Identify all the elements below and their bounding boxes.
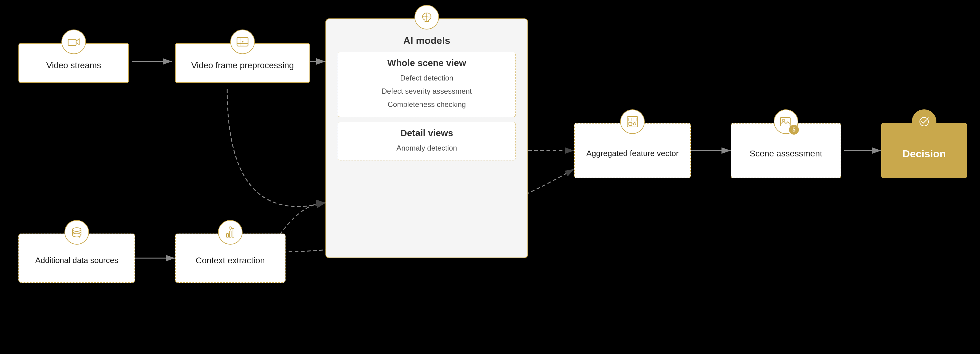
- database-icon: [70, 226, 84, 239]
- filter-icon: [224, 226, 237, 239]
- detail-views-title: Detail views: [400, 128, 453, 138]
- diagram-container: Video streams Video frame preprocessing: [0, 0, 980, 354]
- filter-icon-circle: [218, 220, 243, 245]
- svg-marker-8: [242, 41, 244, 43]
- film-icon-circle: [230, 30, 255, 54]
- svg-point-29: [229, 227, 231, 229]
- svg-rect-26: [227, 234, 228, 237]
- ai-models-title: AI models: [403, 35, 450, 46]
- svg-point-20: [72, 228, 81, 231]
- svg-rect-11: [629, 118, 632, 121]
- brain-icon-circle: [414, 5, 439, 30]
- video-frame-label: Video frame preprocessing: [191, 60, 294, 71]
- context-extraction-node: Context extraction: [175, 234, 286, 283]
- svg-point-18: [920, 117, 928, 126]
- aggregated-node: Aggregated feature vector: [574, 123, 691, 178]
- svg-line-19: [927, 117, 928, 119]
- defect-detection-label: Defect detection: [400, 71, 453, 85]
- aggregated-label: Aggregated feature vector: [581, 148, 684, 159]
- scene-icon-circle: 5: [774, 109, 798, 134]
- grid-icon-circle: [620, 109, 645, 134]
- svg-rect-16: [780, 117, 790, 126]
- camera-icon-circle: [61, 30, 86, 54]
- additional-data-label: Additional data sources: [35, 255, 118, 266]
- video-frame-node: Video frame preprocessing: [175, 43, 310, 83]
- svg-rect-2: [68, 39, 76, 45]
- decision-node: Decision: [881, 123, 967, 178]
- video-streams-node: Video streams: [18, 43, 129, 83]
- scene-assessment-node: 5 Scene assessment: [731, 123, 841, 178]
- anomaly-detection-label: Anomaly detection: [396, 141, 457, 155]
- decision-label: Decision: [902, 147, 946, 160]
- badge-5: 5: [789, 125, 799, 135]
- detail-views-box: Detail views Anomaly detection: [338, 122, 516, 160]
- svg-rect-12: [633, 118, 636, 121]
- defect-severity-label: Defect severity assessment: [382, 85, 472, 98]
- arrow-vfp-detail-dashed: [227, 89, 325, 206]
- film-icon: [236, 35, 249, 49]
- svg-point-14: [633, 123, 636, 125]
- scene-assessment-label: Scene assessment: [750, 148, 822, 159]
- video-streams-label: Video streams: [46, 60, 101, 71]
- additional-data-node: Additional data sources: [18, 234, 135, 283]
- ai-models-outer: AI models Whole scene view Defect detect…: [325, 18, 528, 258]
- whole-scene-title: Whole scene view: [387, 58, 466, 68]
- database-icon-circle: [64, 220, 89, 245]
- context-extraction-label: Context extraction: [196, 255, 265, 266]
- grid-icon: [626, 115, 639, 128]
- svg-rect-27: [229, 231, 231, 237]
- camera-icon: [67, 35, 80, 49]
- handshake-icon: [917, 115, 931, 128]
- brain-icon: [420, 10, 434, 24]
- svg-rect-28: [232, 229, 234, 237]
- completeness-checking-label: Completeness checking: [388, 98, 466, 111]
- svg-point-23: [72, 233, 81, 237]
- decision-icon-circle: [912, 109, 936, 134]
- whole-scene-box: Whole scene view Defect detection Defect…: [338, 52, 516, 117]
